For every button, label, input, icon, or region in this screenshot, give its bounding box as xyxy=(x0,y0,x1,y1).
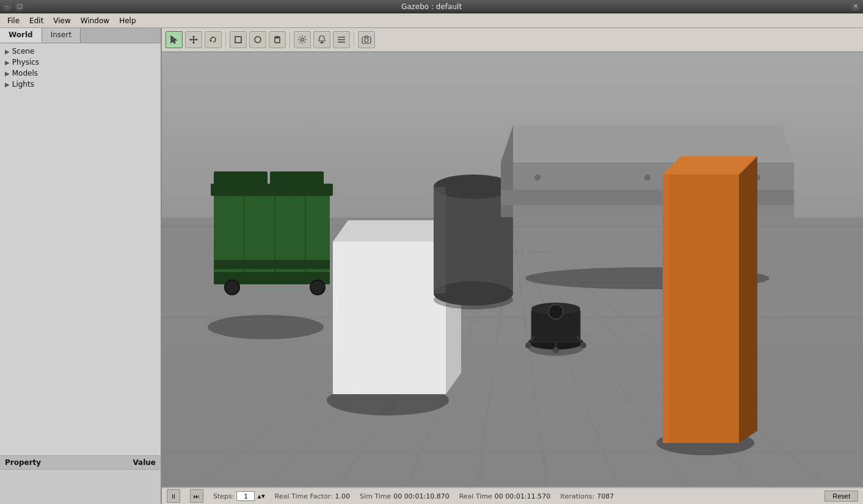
svg-line-18 xyxy=(305,37,306,38)
svg-point-73 xyxy=(534,175,541,181)
svg-point-84 xyxy=(525,342,531,348)
svg-marker-20 xyxy=(319,36,325,41)
tab-world[interactable]: World xyxy=(0,28,42,43)
box-tool-button[interactable] xyxy=(230,31,247,48)
svg-line-19 xyxy=(299,42,300,43)
close-controls[interactable]: ✕ xyxy=(851,1,861,11)
select-tool-button[interactable] xyxy=(166,31,183,48)
value-col-header: Value xyxy=(133,458,156,467)
tab-insert[interactable]: Insert xyxy=(42,28,81,43)
step-button[interactable]: ⏭ xyxy=(190,489,203,503)
realtime-factor-item: Real Time Factor: 1.00 xyxy=(275,492,350,500)
svg-rect-50 xyxy=(214,171,268,189)
toolbar-separator-2 xyxy=(289,32,290,47)
svg-point-47 xyxy=(208,315,324,339)
right-panel: ⏸ ⏭ Steps: ▲▼ Real Time Factor: 1.00 Sim… xyxy=(162,28,863,504)
models-label: Models xyxy=(12,69,38,77)
tree-item-scene[interactable]: ▶ Scene xyxy=(0,46,161,57)
viewport[interactable] xyxy=(162,52,863,487)
svg-point-11 xyxy=(300,38,304,41)
svg-rect-52 xyxy=(214,260,330,269)
property-panel: Property Value xyxy=(0,455,161,504)
svg-rect-7 xyxy=(235,37,241,43)
titlebar-window-controls[interactable]: – □ xyxy=(2,1,24,11)
svg-marker-2 xyxy=(192,35,195,37)
toolbar-separator-1 xyxy=(225,32,226,47)
svg-marker-4 xyxy=(189,38,191,41)
sphere-tool-button[interactable] xyxy=(249,31,266,48)
toolbar xyxy=(162,28,863,52)
svg-point-27 xyxy=(365,38,368,42)
window-title: Gazebo : default xyxy=(401,2,462,11)
steps-spinner-icon[interactable]: ▲▼ xyxy=(257,494,264,499)
svg-line-16 xyxy=(299,37,300,38)
steps-input[interactable] xyxy=(236,491,255,501)
scene-label: Scene xyxy=(12,47,35,56)
svg-marker-88 xyxy=(739,156,757,443)
svg-rect-91 xyxy=(663,175,669,443)
svg-point-8 xyxy=(255,37,261,43)
screenshot-button[interactable] xyxy=(358,31,375,48)
property-header: Property Value xyxy=(0,456,161,470)
translate-tool-button[interactable] xyxy=(185,31,202,48)
realtime-value: 00 00:01:11.570 xyxy=(495,492,550,500)
tall-box-object xyxy=(657,156,757,455)
arrow-scene: ▶ xyxy=(5,48,10,55)
pause-button[interactable]: ⏸ xyxy=(167,489,180,503)
svg-rect-67 xyxy=(434,187,446,293)
simtime-label: Sim Time xyxy=(360,492,391,500)
menu-help[interactable]: Help xyxy=(114,15,140,26)
cylinder-tool-button[interactable] xyxy=(269,31,286,48)
rotate-tool-button[interactable] xyxy=(205,31,222,48)
svg-marker-5 xyxy=(196,38,198,41)
left-panel: World Insert ▶ Scene ▶ Physics ▶ Models … xyxy=(0,28,162,504)
toolbar-separator-3 xyxy=(354,32,354,47)
menubar: File Edit View Window Help xyxy=(0,13,863,28)
spot-light-button[interactable] xyxy=(313,31,330,48)
iterations-value: 7087 xyxy=(597,492,614,500)
close-button[interactable]: ✕ xyxy=(851,1,861,11)
lights-label: Lights xyxy=(12,80,34,88)
svg-marker-3 xyxy=(192,42,195,44)
svg-point-80 xyxy=(548,304,563,319)
reset-button[interactable]: Reset xyxy=(825,491,858,502)
menu-view[interactable]: View xyxy=(48,15,75,26)
dir-light-button[interactable] xyxy=(333,31,350,48)
arrow-lights: ▶ xyxy=(5,81,10,88)
tab-bar: World Insert xyxy=(0,28,161,43)
svg-marker-6 xyxy=(209,40,212,42)
svg-rect-51 xyxy=(270,171,324,189)
physics-label: Physics xyxy=(12,58,39,67)
point-light-button[interactable] xyxy=(294,31,311,48)
property-col-header: Property xyxy=(5,458,133,467)
simtime-value: 00 00:01:10.870 xyxy=(393,492,449,500)
svg-rect-48 xyxy=(214,187,330,284)
robot-object xyxy=(525,303,586,356)
svg-point-74 xyxy=(644,175,650,181)
svg-point-86 xyxy=(580,342,586,348)
arrow-physics: ▶ xyxy=(5,59,10,66)
floor-grid xyxy=(162,52,863,487)
svg-rect-60 xyxy=(333,242,446,394)
realtime-factor-value: 1.00 xyxy=(335,492,351,500)
minimize-button[interactable]: – xyxy=(2,1,12,11)
menu-edit[interactable]: Edit xyxy=(24,15,48,26)
maximize-button[interactable]: □ xyxy=(15,1,24,11)
realtime-label: Real Time xyxy=(459,492,492,500)
iterations-label: Iterations: xyxy=(560,492,594,500)
tree-item-lights[interactable]: ▶ Lights xyxy=(0,79,161,90)
menu-window[interactable]: Window xyxy=(76,15,114,26)
iterations-item: Iterations: 7087 xyxy=(560,492,614,500)
tree-item-models[interactable]: ▶ Models xyxy=(0,68,161,79)
svg-point-54 xyxy=(225,280,239,295)
main-layout: World Insert ▶ Scene ▶ Physics ▶ Models … xyxy=(0,28,863,504)
simtime-item: Sim Time 00 00:01:10.870 xyxy=(360,492,450,500)
svg-point-55 xyxy=(310,280,325,295)
world-tree: ▶ Scene ▶ Physics ▶ Models ▶ Lights xyxy=(0,43,161,455)
menu-file[interactable]: File xyxy=(2,15,24,26)
arrow-models: ▶ xyxy=(5,70,10,77)
steps-label: Steps: xyxy=(213,492,234,500)
titlebar: – □ Gazebo : default ✕ xyxy=(0,0,863,13)
steps-item: Steps: ▲▼ xyxy=(213,491,265,501)
tree-item-physics[interactable]: ▶ Physics xyxy=(0,57,161,68)
